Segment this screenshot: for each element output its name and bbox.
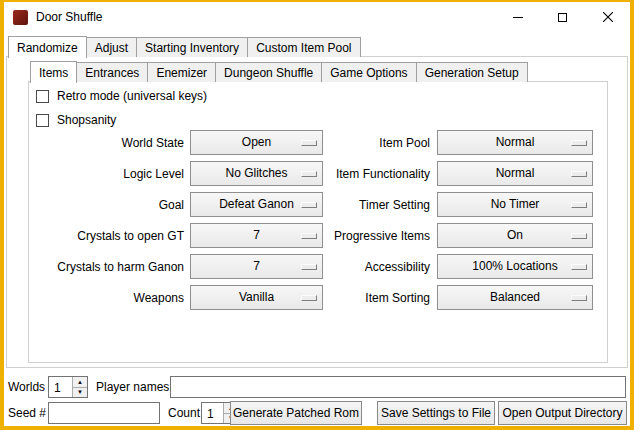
weapons-value: Vanilla xyxy=(239,290,274,305)
tab-randomize[interactable]: Randomize xyxy=(8,36,87,58)
timer-setting-value: No Timer xyxy=(491,197,540,212)
tab-starting-inventory[interactable]: Starting Inventory xyxy=(136,37,248,57)
retro-mode-row: Retro mode (universal keys) xyxy=(36,88,207,104)
main-tab-bar: Randomize Adjust Starting Inventory Cust… xyxy=(8,36,361,57)
dropdown-indicator-icon xyxy=(571,202,587,208)
tab-game-options[interactable]: Game Options xyxy=(321,62,416,82)
up-arrow-icon: ▲ xyxy=(77,379,83,385)
player-names-input[interactable] xyxy=(170,376,626,398)
dropdown-indicator-icon xyxy=(571,140,587,146)
dropdown-indicator-icon xyxy=(571,171,587,177)
dropdown-indicator-icon xyxy=(571,295,587,301)
item-pool-dropdown[interactable]: Normal xyxy=(437,130,593,155)
count-label: Count xyxy=(168,406,200,420)
close-button[interactable] xyxy=(585,2,630,32)
generate-rom-button[interactable]: Generate Patched Rom xyxy=(230,401,362,425)
timer-setting-dropdown[interactable]: No Timer xyxy=(437,192,593,217)
accessibility-label: Accessibility xyxy=(284,260,430,274)
titlebar[interactable]: Door Shuffle xyxy=(4,2,630,32)
world-state-value: Open xyxy=(242,135,271,150)
setting-row: Goal Defeat Ganon Timer Setting No Timer xyxy=(4,192,630,218)
progressive-items-label: Progressive Items xyxy=(284,229,430,243)
setting-row: Crystals to open GT 7 Progressive Items … xyxy=(4,223,630,249)
item-sorting-dropdown[interactable]: Balanced xyxy=(437,285,593,310)
worlds-increment-button[interactable]: ▲ xyxy=(73,377,87,387)
item-functionality-label: Item Functionality xyxy=(284,167,430,181)
open-output-button[interactable]: Open Output Directory xyxy=(498,401,627,425)
tab-dungeon-shuffle[interactable]: Dungeon Shuffle xyxy=(215,62,322,82)
tab-adjust[interactable]: Adjust xyxy=(86,37,137,57)
maximize-button[interactable] xyxy=(540,2,585,32)
setting-row: Crystals to harm Ganon 7 Accessibility 1… xyxy=(4,254,630,280)
progressive-items-value: On xyxy=(507,228,523,243)
shopsanity-row: Shopsanity xyxy=(36,112,116,128)
weapons-label: Weapons xyxy=(34,291,184,305)
accessibility-dropdown[interactable]: 100% Locations xyxy=(437,254,593,279)
app-window: Door Shuffle Randomize Adjust Starting I… xyxy=(0,0,634,430)
tab-entrances[interactable]: Entrances xyxy=(76,62,148,82)
setting-row: Logic Level No Glitches Item Functionali… xyxy=(4,161,630,187)
world-state-label: World State xyxy=(34,136,184,150)
item-pool-label: Item Pool xyxy=(284,136,430,150)
item-pool-value: Normal xyxy=(496,135,535,150)
crystals-open-gt-label: Crystals to open GT xyxy=(34,229,184,243)
tab-generation-setup[interactable]: Generation Setup xyxy=(416,62,528,82)
accessibility-value: 100% Locations xyxy=(472,259,557,274)
tab-enemizer[interactable]: Enemizer xyxy=(147,62,216,82)
tab-items[interactable]: Items xyxy=(30,61,77,83)
retro-mode-label: Retro mode (universal keys) xyxy=(57,89,207,103)
maximize-icon xyxy=(558,13,567,22)
crystals-harm-ganon-label: Crystals to harm Ganon xyxy=(34,260,184,274)
item-functionality-dropdown[interactable]: Normal xyxy=(437,161,593,186)
count-value: 1 xyxy=(202,403,223,423)
window-controls xyxy=(495,2,630,32)
shopsanity-checkbox[interactable] xyxy=(36,114,49,127)
crystals-harm-ganon-value: 7 xyxy=(253,259,260,274)
app-icon xyxy=(13,10,28,25)
save-settings-button[interactable]: Save Settings to File xyxy=(377,401,495,425)
item-functionality-value: Normal xyxy=(496,166,535,181)
timer-setting-label: Timer Setting xyxy=(284,198,430,212)
worlds-value: 1 xyxy=(49,377,72,397)
worlds-label: Worlds xyxy=(8,380,45,394)
close-icon xyxy=(603,12,613,22)
setting-row: World State Open Item Pool Normal xyxy=(4,130,630,156)
down-arrow-icon: ▼ xyxy=(77,389,83,395)
window-title: Door Shuffle xyxy=(36,10,103,24)
tab-custom-item-pool[interactable]: Custom Item Pool xyxy=(247,37,360,57)
logic-level-value: No Glitches xyxy=(225,166,287,181)
goal-value: Defeat Ganon xyxy=(219,197,294,212)
item-sorting-value: Balanced xyxy=(490,290,540,305)
worlds-decrement-button[interactable]: ▼ xyxy=(73,387,87,398)
seed-input[interactable] xyxy=(48,402,160,424)
goal-label: Goal xyxy=(34,198,184,212)
seed-label: Seed # xyxy=(8,406,46,420)
logic-level-label: Logic Level xyxy=(34,167,184,181)
minimize-icon xyxy=(513,17,523,18)
setting-row: Weapons Vanilla Item Sorting Balanced xyxy=(4,285,630,311)
retro-mode-checkbox[interactable] xyxy=(36,90,49,103)
dropdown-indicator-icon xyxy=(571,233,587,239)
worlds-spinner-buttons: ▲ ▼ xyxy=(72,377,87,397)
crystals-open-gt-value: 7 xyxy=(253,228,260,243)
minimize-button[interactable] xyxy=(495,2,540,32)
item-sorting-label: Item Sorting xyxy=(284,291,430,305)
progressive-items-dropdown[interactable]: On xyxy=(437,223,593,248)
shopsanity-label: Shopsanity xyxy=(57,113,116,127)
player-names-label: Player names xyxy=(96,380,169,394)
dropdown-indicator-icon xyxy=(571,264,587,270)
worlds-spinner[interactable]: 1 ▲ ▼ xyxy=(48,376,88,398)
sub-tab-bar: Items Entrances Enemizer Dungeon Shuffle… xyxy=(30,61,528,82)
